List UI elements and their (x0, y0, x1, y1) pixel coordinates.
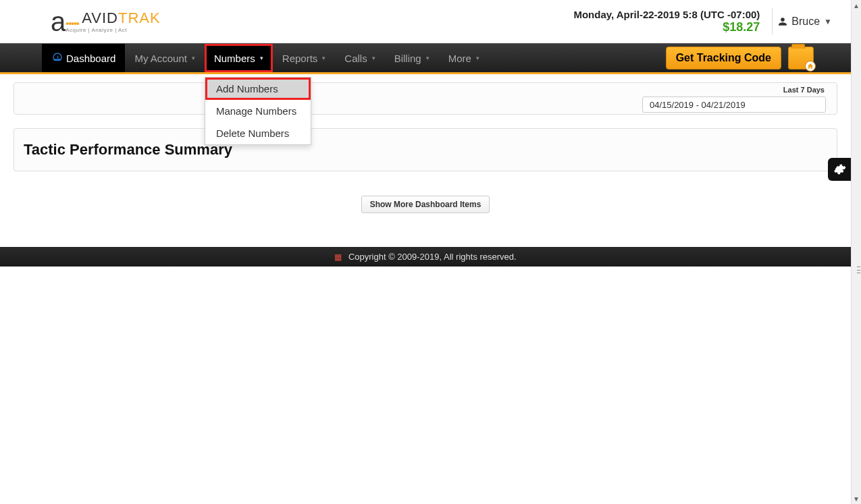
user-icon (778, 17, 787, 26)
nav-dashboard-label: Dashboard (66, 53, 115, 64)
tactic-summary-title: Tactic Performance Summary (24, 141, 827, 159)
nav-numbers[interactable]: Numbers ▾ Add Numbers Manage Numbers Del… (205, 44, 273, 72)
show-more-button[interactable]: Show More Dashboard Items (361, 196, 490, 213)
logo-dots-icon: ••••• (66, 18, 79, 29)
nav-calls[interactable]: Calls ▾ (335, 44, 384, 72)
logo-mark: a (51, 8, 66, 35)
nav-more-label: More (448, 53, 471, 64)
logo-brand-2: TRAK (118, 9, 161, 26)
caret-down-icon: ▾ (426, 55, 429, 61)
dropdown-item-label: Add Numbers (216, 83, 278, 94)
nav-billing[interactable]: Billing ▾ (385, 44, 439, 72)
content: Last 7 Days Tactic Performance Summary S… (0, 74, 851, 213)
gear-icon (833, 163, 846, 176)
nav-reports-label: Reports (282, 53, 318, 64)
nav-billing-label: Billing (394, 53, 421, 64)
settings-tab[interactable] (828, 158, 851, 181)
get-tracking-code-button[interactable]: Get Tracking Code (666, 47, 781, 69)
nav-my-account-label: My Account (134, 53, 187, 64)
scrollbar[interactable]: ▲ ▼ (851, 0, 861, 504)
dashboard-icon (51, 51, 63, 65)
scroll-up-icon[interactable]: ▲ (852, 0, 861, 11)
dropdown-item-label: Manage Numbers (216, 105, 296, 117)
nav-reports[interactable]: Reports ▾ (273, 44, 336, 72)
footer-copyright: Copyright © 2009-2019, All rights reserv… (348, 252, 517, 262)
home-folder-button[interactable] (788, 47, 814, 69)
numbers-dropdown: Add Numbers Manage Numbers Delete Number… (205, 77, 311, 145)
main-nav: Dashboard My Account ▾ Numbers ▾ Add Num… (0, 43, 851, 74)
footer: ▦ Copyright © 2009-2019, All rights rese… (0, 247, 851, 267)
dropdown-item-label: Delete Numbers (216, 128, 289, 139)
date-range-label: Last 7 Days (783, 86, 825, 94)
nav-my-account[interactable]: My Account ▾ (125, 44, 205, 72)
date-filter-panel: Last 7 Days (14, 82, 837, 115)
header-datetime: Monday, April-22-2019 5:8 (UTC -07:00) (573, 9, 760, 20)
header: a ••••• AVIDTRAK Acquire | Analyze | Act… (0, 0, 851, 43)
user-name: Bruce (791, 16, 820, 28)
caret-down-icon: ▼ (824, 17, 832, 26)
dropdown-add-numbers[interactable]: Add Numbers (205, 78, 311, 100)
nav-numbers-label: Numbers (214, 53, 255, 64)
nav-dashboard[interactable]: Dashboard (42, 44, 125, 72)
dropdown-manage-numbers[interactable]: Manage Numbers (205, 100, 311, 122)
home-icon (805, 61, 816, 72)
date-range-input[interactable] (642, 96, 826, 113)
scroll-down-icon[interactable]: ▼ (852, 493, 861, 504)
caret-down-icon: ▾ (372, 55, 375, 61)
footer-grid-icon: ▦ (334, 252, 342, 262)
nav-more[interactable]: More ▾ (439, 44, 489, 72)
caret-down-icon: ▾ (322, 55, 325, 61)
user-menu[interactable]: Bruce ▼ (772, 8, 837, 35)
nav-calls-label: Calls (344, 53, 367, 64)
caret-down-icon: ▾ (476, 55, 479, 61)
dropdown-delete-numbers[interactable]: Delete Numbers (205, 122, 311, 144)
caret-down-icon: ▾ (192, 55, 195, 61)
header-balance: $18.27 (573, 20, 760, 34)
tactic-summary-panel: Tactic Performance Summary (14, 128, 837, 171)
logo-brand-1: AVID (82, 9, 118, 26)
caret-down-icon: ▾ (260, 55, 263, 61)
logo[interactable]: a ••••• AVIDTRAK Acquire | Analyze | Act (51, 8, 161, 35)
